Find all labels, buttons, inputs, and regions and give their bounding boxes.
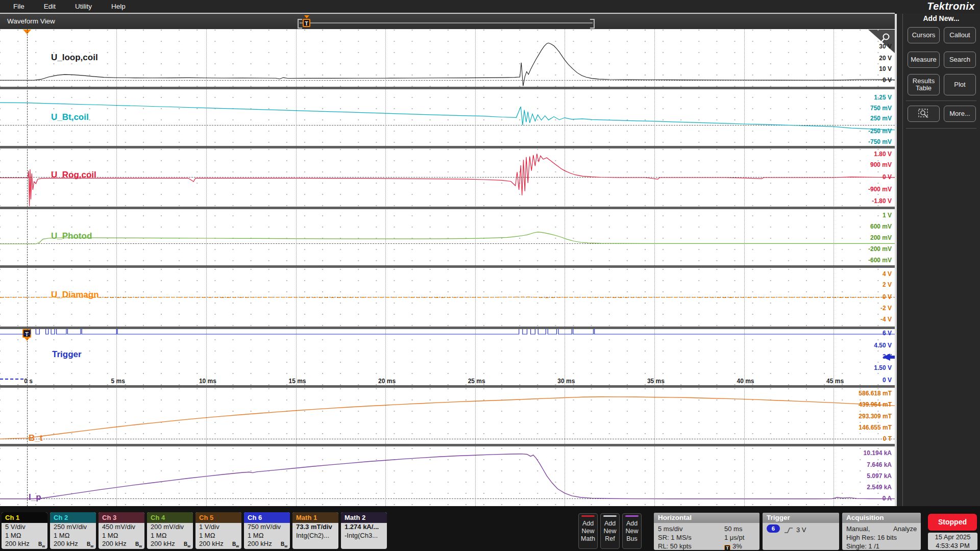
sidebar-divider <box>902 14 903 512</box>
channel-label-ch5[interactable]: U_Diamagn <box>51 290 99 300</box>
settings-badge-line: 200 kHzBw <box>99 540 144 548</box>
settings-badge-title: Ch 3 <box>99 512 144 523</box>
trigger-panel[interactable]: Trigger 6 3 V <box>763 513 839 550</box>
bandwidth-icon: Bw <box>232 540 239 549</box>
menu-file[interactable]: File <box>13 3 24 10</box>
slice-separator-6 <box>0 444 895 446</box>
channel-label-ch2[interactable]: U_Bt,coil <box>51 112 89 122</box>
add-new-strip <box>603 515 617 517</box>
settings-badge-ch6[interactable]: Ch 6750 mV/div1 MΩ200 kHzBw <box>244 512 290 549</box>
axis-label-math2: 2.549 kA <box>867 484 892 491</box>
settings-badge-line: 750 mV/div <box>244 523 290 532</box>
axis-label-ch1: 10 V <box>879 65 892 72</box>
channel-label-ch4[interactable]: U_Photod <box>51 231 92 241</box>
channel-label-ch1[interactable]: U_loop,coil <box>51 53 98 63</box>
record-view-bar[interactable]: T <box>298 18 595 28</box>
settings-badge-ch3[interactable]: Ch 3450 mV/div1 MΩ200 kHzBw <box>99 512 144 549</box>
waveform-area[interactable]: T 30 V20 V10 V0 V1.25 V750 mV250 mV-250 … <box>0 29 895 506</box>
measure-button[interactable]: Measure <box>908 52 940 68</box>
axis-label-ch4: 200 mV <box>870 234 892 241</box>
axis-label-ch2: -250 mV <box>868 128 892 135</box>
record-view-line <box>300 22 593 23</box>
axis-label-ch3: -1.80 V <box>872 197 892 205</box>
results-table-button[interactable]: Results Table <box>908 74 940 95</box>
waveform-trace-ch4[interactable] <box>0 232 895 244</box>
axis-label-ch2: -750 mV <box>868 138 892 145</box>
time-axis-label: 5 ms <box>104 378 132 385</box>
waveform-trace-math1[interactable] <box>0 397 895 439</box>
trigger-position-icon[interactable]: T <box>303 19 310 27</box>
plot-button[interactable]: Plot <box>944 74 976 95</box>
axis-label-ch2: 250 mV <box>870 115 892 122</box>
time-axis-label: 20 ms <box>373 378 401 385</box>
settings-badge-line: 1 MΩ <box>195 532 241 540</box>
channel-label-math1[interactable]: B_t <box>29 433 42 443</box>
waveform-trace-ch5[interactable] <box>0 297 895 298</box>
settings-badge-ch5[interactable]: Ch 51 V/div1 MΩ200 kHzBw <box>195 512 241 549</box>
more-button[interactable]: More... <box>944 106 976 122</box>
settings-bar: Ch 15 V/div1 MΩ200 kHzBwCh 2250 mV/div1 … <box>0 506 980 551</box>
axis-label-math1: 439.964 mT <box>859 401 892 408</box>
slice-separator-0 <box>0 87 895 89</box>
settings-badge-line: 1 V/div <box>195 523 241 532</box>
tektronix-logo: Tektronix <box>927 1 975 12</box>
axis-label-ch4: 1 V <box>883 212 892 219</box>
menu-help[interactable]: Help <box>111 3 126 10</box>
bandwidth-icon: Bw <box>38 540 45 549</box>
horizontal-record-length: RL: 50 kpts <box>658 542 692 550</box>
axis-label-math1: 586.618 mT <box>859 390 892 397</box>
menu-utility[interactable]: Utility <box>75 3 92 10</box>
channel-label-ch6[interactable]: Trigger <box>52 349 82 360</box>
settings-badge-line: 1 MΩ <box>147 532 193 540</box>
results-bar: Add New... Cursors Callout Measure Searc… <box>897 13 980 512</box>
horizontal-resolution: 1 μs/pt <box>724 533 744 542</box>
search-button[interactable]: Search <box>944 52 976 68</box>
channel-label-ch3[interactable]: U_Rog,coil <box>51 170 96 180</box>
axis-label-math1: 146.655 mT <box>859 424 892 431</box>
menu-edit[interactable]: Edit <box>44 3 56 10</box>
axis-label-ch6: 3 V <box>883 353 892 360</box>
settings-badge-line: -Intg(Ch3... <box>341 532 387 540</box>
waveform-trace-ch1[interactable] <box>0 43 895 86</box>
axis-label-ch2: 1.25 V <box>874 94 892 101</box>
add-new-strip <box>625 515 639 517</box>
settings-badge-ch4[interactable]: Ch 4200 mV/div1 MΩ200 kHzBw <box>147 512 193 549</box>
waveform-trace-ch3[interactable] <box>0 154 895 206</box>
waveform-trace-math2[interactable] <box>0 454 895 499</box>
view-title: Waveform View <box>7 17 55 25</box>
time-axis-label: 40 ms <box>731 378 760 385</box>
settings-badge-math1[interactable]: Math 173.3 mT/divIntg(Ch2)... <box>292 512 338 549</box>
add-new-strip <box>581 515 595 517</box>
acquisition-panel[interactable]: Acquisition Manual,Analyze High Res: 16 … <box>842 513 921 550</box>
settings-badge-ch1[interactable]: Ch 15 V/div1 MΩ200 kHzBw <box>2 512 47 549</box>
waveform-trace-ch2[interactable] <box>0 103 895 130</box>
slice-separator-2 <box>0 207 895 209</box>
axis-label-ch5: -4 V <box>880 316 892 323</box>
horizontal-scale: 5 ms/div <box>658 524 682 533</box>
horizontal-panel[interactable]: Horizontal 5 ms/div50 ms SR: 1 MS/s1 μs/… <box>654 513 760 550</box>
callout-button[interactable]: Callout <box>944 27 976 43</box>
add-new-math-button[interactable]: AddNewMath <box>578 513 598 549</box>
bandwidth-icon: Bw <box>87 540 93 549</box>
axis-label-ch1: 0 V <box>883 77 892 84</box>
axis-label-ch6: 0 V <box>883 377 892 384</box>
channel-label-math2[interactable]: I_p <box>29 492 41 503</box>
bandwidth-icon: Bw <box>281 540 287 549</box>
settings-badge-line: 200 kHzBw <box>195 540 241 548</box>
run-state-button[interactable]: Stopped <box>928 514 977 531</box>
horizontal-position: 3% <box>732 542 742 550</box>
settings-badge-title: Math 1 <box>292 512 338 523</box>
axis-label-ch4: -200 mV <box>868 245 892 253</box>
settings-badge-math2[interactable]: Math 21.274 kA/...-Intg(Ch3... <box>341 512 387 549</box>
zoom-tool-button[interactable] <box>908 106 940 122</box>
axis-label-ch6: 1.50 V <box>874 364 892 371</box>
acquisition-resolution: High Res: 16 bits <box>846 533 897 542</box>
waveform-trace-ch6[interactable] <box>0 329 895 334</box>
add-new-bus-button[interactable]: AddNewBus <box>622 513 642 549</box>
cursors-button[interactable]: Cursors <box>908 27 940 43</box>
waveform-view-titlebar: Waveform View T <box>0 13 895 29</box>
settings-badge-ch2[interactable]: Ch 2250 mV/div1 MΩ200 kHzBw <box>50 512 96 549</box>
add-new-ref-button[interactable]: AddNewRef <box>600 513 620 549</box>
settings-badge-title: Ch 1 <box>2 512 47 523</box>
axis-label-ch4: 600 mV <box>870 223 892 230</box>
